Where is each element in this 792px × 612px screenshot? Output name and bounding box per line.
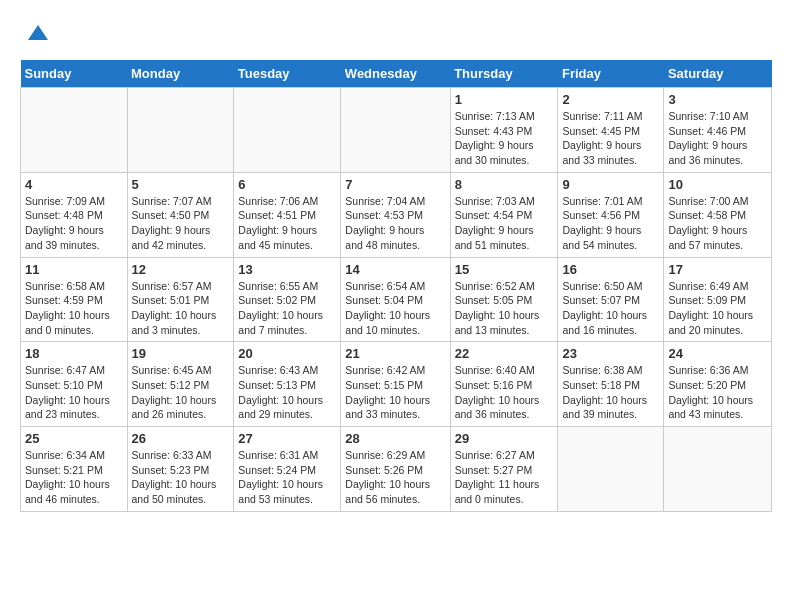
calendar-cell: 6Sunrise: 7:06 AM Sunset: 4:51 PM Daylig… — [234, 172, 341, 257]
calendar-cell: 29Sunrise: 6:27 AM Sunset: 5:27 PM Dayli… — [450, 427, 558, 512]
calendar-cell: 16Sunrise: 6:50 AM Sunset: 5:07 PM Dayli… — [558, 257, 664, 342]
day-number: 1 — [455, 92, 554, 107]
day-number: 8 — [455, 177, 554, 192]
day-number: 4 — [25, 177, 123, 192]
calendar-cell — [664, 427, 772, 512]
calendar-cell: 10Sunrise: 7:00 AM Sunset: 4:58 PM Dayli… — [664, 172, 772, 257]
calendar-cell: 20Sunrise: 6:43 AM Sunset: 5:13 PM Dayli… — [234, 342, 341, 427]
day-info: Sunrise: 6:52 AM Sunset: 5:05 PM Dayligh… — [455, 279, 554, 338]
day-info: Sunrise: 7:04 AM Sunset: 4:53 PM Dayligh… — [345, 194, 445, 253]
day-number: 2 — [562, 92, 659, 107]
calendar-cell: 12Sunrise: 6:57 AM Sunset: 5:01 PM Dayli… — [127, 257, 234, 342]
day-info: Sunrise: 6:38 AM Sunset: 5:18 PM Dayligh… — [562, 363, 659, 422]
calendar-cell: 7Sunrise: 7:04 AM Sunset: 4:53 PM Daylig… — [341, 172, 450, 257]
day-info: Sunrise: 6:47 AM Sunset: 5:10 PM Dayligh… — [25, 363, 123, 422]
day-number: 16 — [562, 262, 659, 277]
calendar-cell: 15Sunrise: 6:52 AM Sunset: 5:05 PM Dayli… — [450, 257, 558, 342]
calendar-cell: 11Sunrise: 6:58 AM Sunset: 4:59 PM Dayli… — [21, 257, 128, 342]
calendar-cell: 3Sunrise: 7:10 AM Sunset: 4:46 PM Daylig… — [664, 88, 772, 173]
calendar-cell: 18Sunrise: 6:47 AM Sunset: 5:10 PM Dayli… — [21, 342, 128, 427]
day-info: Sunrise: 7:13 AM Sunset: 4:43 PM Dayligh… — [455, 109, 554, 168]
day-info: Sunrise: 6:42 AM Sunset: 5:15 PM Dayligh… — [345, 363, 445, 422]
day-number: 27 — [238, 431, 336, 446]
day-info: Sunrise: 6:45 AM Sunset: 5:12 PM Dayligh… — [132, 363, 230, 422]
day-number: 24 — [668, 346, 767, 361]
day-info: Sunrise: 7:06 AM Sunset: 4:51 PM Dayligh… — [238, 194, 336, 253]
svg-marker-0 — [28, 25, 48, 40]
day-number: 15 — [455, 262, 554, 277]
day-number: 25 — [25, 431, 123, 446]
day-info: Sunrise: 6:49 AM Sunset: 5:09 PM Dayligh… — [668, 279, 767, 338]
day-number: 11 — [25, 262, 123, 277]
day-number: 10 — [668, 177, 767, 192]
calendar-cell: 22Sunrise: 6:40 AM Sunset: 5:16 PM Dayli… — [450, 342, 558, 427]
calendar-cell: 8Sunrise: 7:03 AM Sunset: 4:54 PM Daylig… — [450, 172, 558, 257]
weekday-header-sunday: Sunday — [21, 60, 128, 88]
day-number: 5 — [132, 177, 230, 192]
day-number: 20 — [238, 346, 336, 361]
day-number: 3 — [668, 92, 767, 107]
day-number: 26 — [132, 431, 230, 446]
day-number: 6 — [238, 177, 336, 192]
day-info: Sunrise: 7:09 AM Sunset: 4:48 PM Dayligh… — [25, 194, 123, 253]
day-info: Sunrise: 6:50 AM Sunset: 5:07 PM Dayligh… — [562, 279, 659, 338]
day-number: 17 — [668, 262, 767, 277]
day-info: Sunrise: 6:36 AM Sunset: 5:20 PM Dayligh… — [668, 363, 767, 422]
calendar-cell: 5Sunrise: 7:07 AM Sunset: 4:50 PM Daylig… — [127, 172, 234, 257]
weekday-header-saturday: Saturday — [664, 60, 772, 88]
calendar-cell — [341, 88, 450, 173]
calendar-cell: 9Sunrise: 7:01 AM Sunset: 4:56 PM Daylig… — [558, 172, 664, 257]
day-info: Sunrise: 6:40 AM Sunset: 5:16 PM Dayligh… — [455, 363, 554, 422]
week-row-2: 4Sunrise: 7:09 AM Sunset: 4:48 PM Daylig… — [21, 172, 772, 257]
weekday-header-tuesday: Tuesday — [234, 60, 341, 88]
day-number: 12 — [132, 262, 230, 277]
day-info: Sunrise: 6:58 AM Sunset: 4:59 PM Dayligh… — [25, 279, 123, 338]
calendar-cell: 26Sunrise: 6:33 AM Sunset: 5:23 PM Dayli… — [127, 427, 234, 512]
day-number: 9 — [562, 177, 659, 192]
calendar-cell: 13Sunrise: 6:55 AM Sunset: 5:02 PM Dayli… — [234, 257, 341, 342]
day-info: Sunrise: 6:27 AM Sunset: 5:27 PM Dayligh… — [455, 448, 554, 507]
calendar-cell: 14Sunrise: 6:54 AM Sunset: 5:04 PM Dayli… — [341, 257, 450, 342]
day-info: Sunrise: 7:03 AM Sunset: 4:54 PM Dayligh… — [455, 194, 554, 253]
day-info: Sunrise: 6:57 AM Sunset: 5:01 PM Dayligh… — [132, 279, 230, 338]
weekday-header-row: SundayMondayTuesdayWednesdayThursdayFrid… — [21, 60, 772, 88]
calendar-cell: 17Sunrise: 6:49 AM Sunset: 5:09 PM Dayli… — [664, 257, 772, 342]
logo — [20, 20, 52, 50]
day-info: Sunrise: 7:07 AM Sunset: 4:50 PM Dayligh… — [132, 194, 230, 253]
calendar-cell: 23Sunrise: 6:38 AM Sunset: 5:18 PM Dayli… — [558, 342, 664, 427]
day-info: Sunrise: 6:55 AM Sunset: 5:02 PM Dayligh… — [238, 279, 336, 338]
weekday-header-friday: Friday — [558, 60, 664, 88]
day-info: Sunrise: 6:31 AM Sunset: 5:24 PM Dayligh… — [238, 448, 336, 507]
day-info: Sunrise: 6:34 AM Sunset: 5:21 PM Dayligh… — [25, 448, 123, 507]
calendar-cell — [127, 88, 234, 173]
calendar-cell: 27Sunrise: 6:31 AM Sunset: 5:24 PM Dayli… — [234, 427, 341, 512]
day-number: 7 — [345, 177, 445, 192]
week-row-5: 25Sunrise: 6:34 AM Sunset: 5:21 PM Dayli… — [21, 427, 772, 512]
day-number: 14 — [345, 262, 445, 277]
day-info: Sunrise: 6:29 AM Sunset: 5:26 PM Dayligh… — [345, 448, 445, 507]
day-info: Sunrise: 7:10 AM Sunset: 4:46 PM Dayligh… — [668, 109, 767, 168]
day-info: Sunrise: 7:01 AM Sunset: 4:56 PM Dayligh… — [562, 194, 659, 253]
calendar-cell: 19Sunrise: 6:45 AM Sunset: 5:12 PM Dayli… — [127, 342, 234, 427]
calendar-cell: 4Sunrise: 7:09 AM Sunset: 4:48 PM Daylig… — [21, 172, 128, 257]
day-number: 19 — [132, 346, 230, 361]
day-number: 13 — [238, 262, 336, 277]
weekday-header-thursday: Thursday — [450, 60, 558, 88]
calendar-cell: 28Sunrise: 6:29 AM Sunset: 5:26 PM Dayli… — [341, 427, 450, 512]
week-row-3: 11Sunrise: 6:58 AM Sunset: 4:59 PM Dayli… — [21, 257, 772, 342]
logo-icon — [20, 20, 50, 50]
calendar-cell — [234, 88, 341, 173]
calendar-cell: 21Sunrise: 6:42 AM Sunset: 5:15 PM Dayli… — [341, 342, 450, 427]
weekday-header-wednesday: Wednesday — [341, 60, 450, 88]
day-number: 28 — [345, 431, 445, 446]
day-info: Sunrise: 6:54 AM Sunset: 5:04 PM Dayligh… — [345, 279, 445, 338]
day-number: 29 — [455, 431, 554, 446]
day-info: Sunrise: 7:11 AM Sunset: 4:45 PM Dayligh… — [562, 109, 659, 168]
day-number: 18 — [25, 346, 123, 361]
page-header — [20, 20, 772, 50]
day-info: Sunrise: 7:00 AM Sunset: 4:58 PM Dayligh… — [668, 194, 767, 253]
calendar-cell: 2Sunrise: 7:11 AM Sunset: 4:45 PM Daylig… — [558, 88, 664, 173]
calendar-cell — [21, 88, 128, 173]
day-number: 23 — [562, 346, 659, 361]
week-row-1: 1Sunrise: 7:13 AM Sunset: 4:43 PM Daylig… — [21, 88, 772, 173]
